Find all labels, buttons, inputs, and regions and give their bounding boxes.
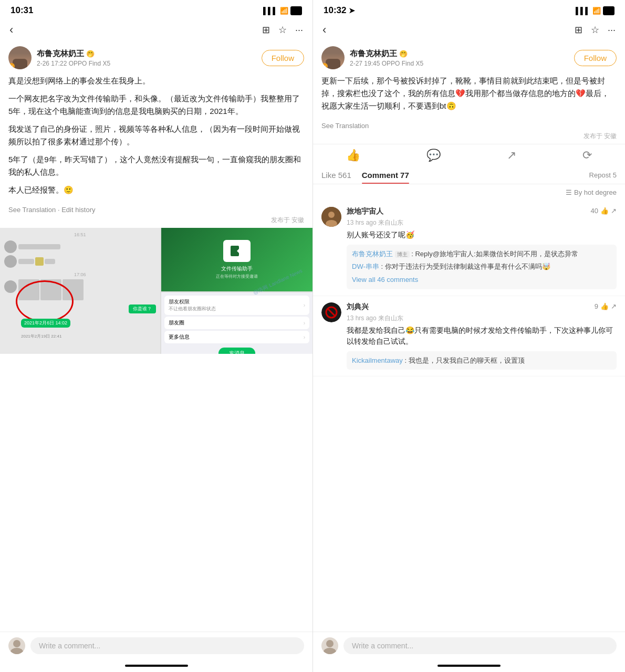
comment-username-1: 旅地宇宙人: [347, 207, 383, 216]
commenter-avatar-left: [8, 637, 25, 654]
settings-row-2: 朋友圈 ›: [164, 317, 310, 329]
sort-label[interactable]: By hot degree: [574, 188, 617, 196]
chat-row-3: [4, 279, 156, 300]
v-badge-right: v: [321, 63, 328, 69]
comment-input-field-left[interactable]: Write a comment...: [30, 637, 304, 654]
more-icon-right[interactable]: ···: [608, 25, 616, 36]
home-bar-right: [438, 665, 501, 667]
svg-point-7: [328, 212, 335, 218]
username-emoji-left: 🤭: [86, 50, 95, 58]
post-content-left: 真是没想到网络上的事会发生在我身上。 一个网友把名字改为文件传输助手，和头像。（…: [0, 72, 312, 206]
settings-screenshot: 朋友权限 不让他看朋友圈和状态 › 朋友圈 › 更多信息 › 发消息: [161, 292, 313, 354]
signal-icon-left: ▌▌▌: [263, 7, 278, 15]
tab-comment[interactable]: Comment 77: [362, 171, 409, 184]
comment-avatar-2[interactable]: [321, 302, 341, 322]
send-btn-container: 发消息: [164, 348, 310, 354]
location-arrow-icon: ➤: [349, 6, 355, 15]
more-icon-left[interactable]: ···: [295, 25, 303, 36]
sort-bar-right: ☰ By hot degree: [313, 184, 625, 201]
reply-1-1: 布鲁克林奶王 博主 : Reply@旅地宇宙人:如果微信长时间不用，是状态异常: [352, 249, 611, 259]
comment-reply-block-1: 布鲁克林奶王 博主 : Reply@旅地宇宙人:如果微信长时间不用，是状态异常 …: [347, 245, 617, 289]
svg-point-12: [326, 640, 334, 647]
follow-button-right[interactable]: Follow: [574, 50, 617, 66]
post-info-right: 布鲁克林奶王 🤭 2-27 19:45 OPPO Find X5: [350, 49, 574, 67]
nav-bar-left: ‹ ⊞ ☆ ···: [0, 19, 312, 41]
status-icons-left: ▌▌▌ 📶 99: [263, 6, 302, 15]
comment-likes-1[interactable]: 40 👍 ↗: [591, 207, 617, 215]
like-icon-1: 👍: [600, 207, 609, 215]
post-username-left: 布鲁克林奶王 🤭: [37, 49, 262, 59]
image-grid-left: 16:51 17:06: [0, 228, 312, 354]
chat-time-2: 17:06: [4, 272, 156, 277]
comment-body-2: 刘典兴 9 👍 ↗ 13 hrs ago 来自山东 我都是发给我自己😂只有需要电…: [347, 302, 617, 370]
comment-text-1: 别人账号还没了呢🥳: [347, 229, 617, 240]
avatar-right[interactable]: v: [321, 46, 345, 69]
post-meta-right: 2-27 19:45 OPPO Find X5: [350, 60, 574, 67]
grid-icon-left[interactable]: ⊞: [262, 24, 270, 36]
send-message-btn[interactable]: 发消息: [218, 348, 255, 354]
commenter-avatar-right: [321, 637, 338, 654]
comment-avatar-1[interactable]: [321, 207, 341, 227]
view-all-comments-1[interactable]: View all 46 comments: [352, 275, 611, 285]
svg-point-13: [324, 648, 336, 654]
post-header-right: v 布鲁克林奶王 🤭 2-27 19:45 OPPO Find X5 Follo…: [313, 41, 625, 72]
repost-action-icon[interactable]: ⟳: [582, 149, 592, 162]
content-line-3: 我发送了自己的身份证，照片，视频等等各种私人信息，（因为有一段时间开始做视频所以…: [8, 123, 304, 148]
comment-meta-1: 13 hrs ago 来自山东: [347, 218, 617, 227]
reply-1-2: DW-串串 : 你对于违法行为受到法律制裁这件事是有什么不满吗🤯: [352, 261, 611, 272]
chat-row-1: [4, 240, 156, 253]
username-emoji-right: 🤭: [399, 50, 408, 58]
comment-username-2: 刘典兴: [347, 302, 369, 312]
content-line-1: 真是没想到网络上的事会发生在我身上。: [8, 75, 304, 87]
svg-point-5: [11, 648, 23, 654]
svg-point-4: [13, 640, 20, 647]
comment-input-bar-right: Write a comment...: [313, 632, 625, 659]
status-time-right: 10:32 ➤: [324, 5, 355, 16]
post-username-right: 布鲁克林奶王 🤭: [350, 49, 574, 59]
file-transfer-sub: 正在等待对方接受邀请: [216, 274, 258, 279]
home-bar-left: [125, 665, 188, 667]
svg-rect-3: [239, 250, 241, 251]
like-action-icon[interactable]: 👍: [346, 149, 360, 162]
tab-like[interactable]: Like 561: [321, 171, 351, 184]
star-icon-left[interactable]: ☆: [278, 24, 287, 36]
v-badge-left: v: [8, 63, 15, 69]
like-icon-2: 👍: [600, 302, 609, 310]
back-button-left[interactable]: ‹: [9, 23, 13, 37]
spacer-right: [313, 376, 625, 632]
grid-icon-right[interactable]: ⊞: [575, 24, 582, 36]
comment-input-field-right[interactable]: Write a comment...: [343, 637, 617, 654]
share-action-icon[interactable]: ↗: [507, 149, 516, 162]
battery-right: 99: [603, 6, 614, 15]
reply-author-1-1: 布鲁克林奶王 博主: [352, 250, 410, 258]
comment-reply-block-2: Kickailmentaway : 我也是，只发我自己的聊天框，设置顶: [347, 351, 617, 370]
star-icon-right[interactable]: ☆: [591, 24, 599, 36]
wifi-icon-right: 📶: [592, 7, 601, 15]
signal-icon-right: ▌▌▌: [576, 7, 590, 15]
avatar-left[interactable]: v: [8, 46, 32, 69]
date-bubble-2: 2021年2月19日 22:41: [21, 333, 61, 339]
post-text-right: 更新一下后续，那个号被投诉封掉了，靴靴，事情目前就到此结束吧，但是号被封掉，搜索…: [321, 75, 617, 112]
date-bubble-1: 2021年2月6日 14:02: [21, 319, 70, 328]
post-location-left: 发布于 安徽: [0, 216, 312, 225]
status-bar-right: 10:32 ➤ ▌▌▌ 📶 99: [313, 0, 625, 19]
online-status: 你是谁？: [129, 304, 156, 313]
content-line-4: 5年了（是9年，昨天写错了），这个人竟然没有提醒我一句，一直偷窥我的朋友圈和我的…: [8, 153, 304, 178]
see-translation-right[interactable]: See Translation: [313, 122, 625, 132]
tab-repost[interactable]: Repost 5: [589, 171, 617, 184]
comment-item-2: 刘典兴 9 👍 ↗ 13 hrs ago 来自山东 我都是发给我自己😂只有需要电…: [313, 296, 625, 377]
left-panel: 10:31 ▌▌▌ 📶 99 ‹ ⊞ ☆ ··· v 布鲁克林奶王 🤭: [0, 0, 312, 672]
home-indicator-left: [0, 659, 312, 672]
content-line-2: 一个网友把名字改为文件传输助手，和头像。（最近改为文件传输助手）我整整用了5年，…: [8, 92, 304, 118]
see-translation-left[interactable]: See Translation · Edit history: [0, 206, 312, 216]
settings-row-3: 更多信息 ›: [164, 331, 310, 343]
follow-button-left[interactable]: Follow: [262, 50, 304, 66]
comment-text-2: 我都是发给我自己😂只有需要电脑的时候才发给文件传输助手，下次这种事儿你可以转发给…: [347, 325, 617, 347]
nav-bar-right: ‹ ⊞ ☆ ···: [313, 19, 625, 41]
comment-likes-2[interactable]: 9 👍 ↗: [595, 302, 617, 310]
post-content-right: 更新一下后续，那个号被投诉封掉了，靴靴，事情目前就到此结束吧，但是号被封掉，搜索…: [313, 72, 625, 122]
back-button-right[interactable]: ‹: [322, 23, 326, 37]
reply-author-2-1: Kickailmentaway: [352, 356, 403, 364]
post-header-left: v 布鲁克林奶王 🤭 2-26 17:22 OPPO Find X5 Follo…: [0, 41, 312, 72]
comment-action-icon[interactable]: 💬: [426, 149, 441, 162]
